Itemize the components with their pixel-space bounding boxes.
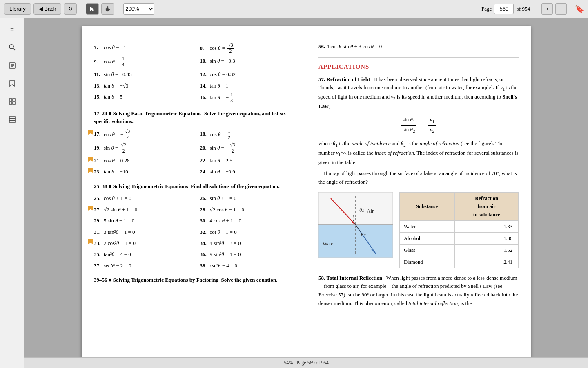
- section-25-38-header: 25–38 ■ Solving Trigonometric Equations …: [94, 182, 298, 191]
- problem-56: 56. 4 cos θ sin θ + 3 cos θ = 0: [318, 43, 519, 51]
- problem-23: 23. tan θ = −10: [94, 167, 192, 176]
- zoom-select[interactable]: 200% 50%75%100%125% 150%175%250%300%: [123, 3, 154, 15]
- menu-icon[interactable]: ≡: [4, 22, 20, 37]
- problem-14: 14. tan θ = 1: [200, 81, 298, 90]
- problem-16: 16. tan θ = −13: [200, 92, 298, 104]
- problem-32: 32. cot θ + 1 = 0: [200, 227, 298, 237]
- svg-rect-10: [13, 102, 15, 104]
- problem-20: 20. sin θ = −√32: [200, 142, 298, 154]
- substance-cell: Glass: [400, 244, 455, 256]
- search-icon[interactable]: [4, 40, 20, 55]
- svg-rect-11: [9, 117, 15, 118]
- problem-25: 25. cos θ + 1 = 0: [94, 193, 192, 203]
- prev-page-button[interactable]: ‹: [541, 3, 553, 15]
- problem-10: 10. sin θ = −0.3: [200, 56, 298, 68]
- problem-34: 34. 4 sin²θ − 3 = 0: [200, 238, 298, 248]
- bookmark-tab-23: [88, 168, 93, 173]
- refraction-table: Substance Refractionfrom airto substance…: [399, 192, 519, 268]
- svg-text:θ₁: θ₁: [359, 207, 364, 213]
- page-info: Page of 954: [481, 4, 530, 14]
- value-cell: 1.52: [455, 244, 519, 256]
- applications-title: APPLICATIONS: [318, 63, 519, 70]
- page-number-input[interactable]: [494, 4, 514, 14]
- cursor-icon: [89, 6, 95, 12]
- status-bar: 54% Page 569 of 954: [24, 357, 588, 368]
- bookmark-tab-21: [88, 157, 93, 162]
- next-page-button[interactable]: ›: [555, 3, 567, 15]
- problem-17: 17. cos θ = −√32: [94, 129, 192, 141]
- svg-text:Air: Air: [367, 208, 374, 214]
- problem-7: 7. cos θ = −1: [94, 43, 192, 54]
- problem-38: 38. csc²θ − 4 = 0: [200, 261, 298, 270]
- problem-11: 11. sin θ = −0.45: [94, 70, 192, 79]
- refraction-diagram: θ₁ θ₂ Air Water: [318, 192, 393, 260]
- value-cell: 2.41: [455, 256, 519, 268]
- bookmark-tab-27: [88, 206, 93, 211]
- problem-29: 29. 5 sin θ − 1 = 0: [94, 216, 192, 225]
- table-row: Glass1.52: [400, 244, 519, 256]
- svg-marker-0: [90, 7, 94, 11]
- bookmark-button[interactable]: 🔖: [575, 4, 584, 13]
- diagram-table-section: θ₁ θ₂ Air Water Substance Refr: [318, 192, 519, 268]
- hand-tool-button[interactable]: [101, 3, 114, 15]
- refresh-button[interactable]: ↻: [64, 3, 77, 15]
- page: 7. cos θ = −1 8. cos θ = √32 9. cos θ = …: [82, 26, 531, 357]
- problem-15: 15. tan θ = 5: [94, 92, 192, 104]
- bookmark-tab-33: [88, 239, 93, 244]
- layers-icon[interactable]: [4, 112, 20, 127]
- problem-12: 12. cos θ = 0.32: [200, 70, 298, 79]
- content-area[interactable]: 7. cos θ = −1 8. cos θ = √32 9. cos θ = …: [24, 18, 588, 357]
- problem-8: 8. cos θ = √32: [200, 43, 298, 54]
- problem-22: 22. tan θ = 2.5: [200, 156, 298, 165]
- problem-9: 9. cos θ = 14: [94, 56, 192, 68]
- sidebar: ≡: [0, 18, 24, 368]
- table-header-refraction: Refractionfrom airto substance: [455, 192, 519, 220]
- svg-line-2: [13, 48, 15, 50]
- problem-19: 19. sin θ = √22: [94, 142, 192, 154]
- cursor-tool-button[interactable]: [86, 3, 99, 15]
- problem-57: 57. Refraction of Light It has been obse…: [318, 75, 519, 268]
- thumbnails-icon[interactable]: [4, 94, 20, 109]
- table-header-substance: Substance: [400, 192, 455, 220]
- substance-cell: Alcohol: [400, 232, 455, 244]
- svg-rect-9: [9, 102, 12, 104]
- toolbar: Library ◀ Back ↻ 200% 50%75%100%125% 150…: [0, 0, 588, 18]
- problem-31: 31. 3 tan²θ − 1 = 0: [94, 227, 192, 237]
- problem-26: 26. sin θ + 1 = 0: [200, 193, 298, 203]
- table-row: Water1.33: [400, 220, 519, 232]
- svg-rect-7: [9, 99, 12, 101]
- substance-cell: Diamond: [400, 256, 455, 268]
- page-total: of 954: [516, 6, 530, 12]
- table-row: Diamond2.41: [400, 256, 519, 268]
- value-cell: 1.33: [455, 220, 519, 232]
- snells-law-formula: sin θ1 sin θ2 = v1 v2: [318, 116, 519, 135]
- problem-28: 28. √2 cos θ − 1 = 0: [200, 205, 298, 214]
- value-cell: 1.36: [455, 232, 519, 244]
- hand-icon: [105, 6, 111, 12]
- problem-58: 58. Total Internal Reflection When light…: [318, 274, 519, 308]
- back-button[interactable]: ◀ Back: [33, 3, 62, 15]
- left-column: 7. cos θ = −1 8. cos θ = √32 9. cos θ = …: [94, 43, 306, 357]
- bookmarks-icon[interactable]: [4, 76, 20, 91]
- svg-text:θ₂: θ₂: [361, 231, 366, 238]
- problem-37: 37. sec²θ − 2 = 0: [94, 261, 192, 270]
- svg-text:Water: Water: [323, 240, 335, 247]
- svg-point-1: [9, 45, 13, 49]
- notes-icon[interactable]: [4, 58, 20, 73]
- problem-36: 36. 9 sin²θ − 1 = 0: [200, 249, 298, 259]
- problem-33: 33. 2 cos²θ − 1 = 0: [94, 238, 192, 248]
- table-row: Alcohol1.36: [400, 232, 519, 244]
- problem-24: 24. sin θ = −0.9: [200, 167, 298, 176]
- svg-rect-12: [9, 119, 15, 120]
- status-page-info: Page 569 of 954: [296, 360, 328, 366]
- problem-27: 27. √2 sin θ + 1 = 0: [94, 205, 192, 214]
- status-zoom: 54%: [284, 360, 293, 366]
- problem-30: 30. 4 cos θ + 1 = 0: [200, 216, 298, 225]
- problem-35: 35. tan²θ − 4 = 0: [94, 249, 192, 259]
- svg-rect-8: [13, 99, 15, 101]
- library-button[interactable]: Library: [4, 3, 31, 15]
- section-17-24-header: 17–24 ■ Solving Basic Trigonometric Equa…: [94, 110, 298, 126]
- problem-21: 21. cos θ = 0.28: [94, 156, 192, 165]
- section-39-56-header: 39–56 ■ Solving Trigonometric Equations …: [94, 276, 298, 284]
- bookmark-tab-17: [88, 130, 93, 135]
